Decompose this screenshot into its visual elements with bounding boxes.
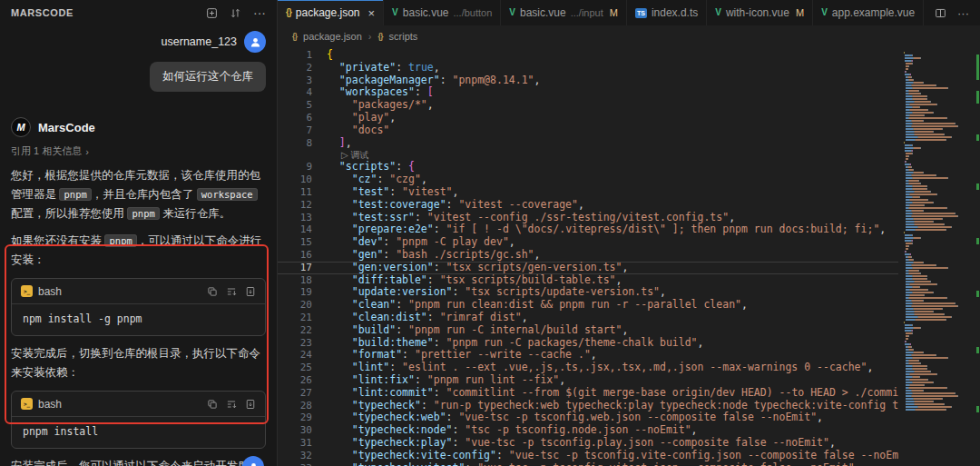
code-language-label: bash bbox=[38, 285, 62, 298]
copy-icon[interactable] bbox=[207, 286, 218, 297]
breadcrumb: {} package.json › {} scripts bbox=[278, 25, 980, 47]
insert-into-file-icon[interactable] bbox=[245, 399, 256, 410]
code-line[interactable]: 26 "lint:fix": "pnpm run lint --fix", bbox=[278, 374, 898, 387]
code-line[interactable]: 30 "typecheck:node": "tsc -p tsconfig.no… bbox=[278, 424, 898, 437]
insert-into-file-icon[interactable] bbox=[245, 286, 256, 297]
chevron-right-icon: › bbox=[85, 146, 89, 157]
code-line[interactable]: 24 "format": "prettier --write --cache .… bbox=[278, 349, 898, 362]
code-line[interactable]: 23 "build:theme": "pnpm run -C packages/… bbox=[278, 337, 898, 350]
code-line[interactable]: 2 "private": true, bbox=[278, 62, 898, 74]
code-line[interactable]: 4 "workspaces": [ bbox=[278, 86, 898, 99]
code-line-text: "scripts": { bbox=[312, 161, 415, 174]
code-line[interactable]: 18 "diff:table": "tsx scripts/build-tabl… bbox=[278, 274, 898, 287]
code-line[interactable]: 6 "play", bbox=[278, 112, 898, 124]
code-block-header: >_bash bbox=[12, 279, 265, 303]
line-number: 9 bbox=[278, 161, 312, 174]
editor-area: {}package.json×Vbasic.vue.../buttonVbasi… bbox=[278, 0, 980, 466]
line-number: 25 bbox=[278, 362, 312, 374]
code-line[interactable]: 16 "gen": "bash ./scripts/gc.sh", bbox=[278, 249, 898, 262]
user-message-row: 如何运行这个仓库 bbox=[11, 62, 266, 92]
line-number: 5 bbox=[278, 99, 312, 112]
code-line[interactable]: 15 "dev": "pnpm -C play dev", bbox=[278, 236, 898, 249]
line-number: 12 bbox=[278, 199, 312, 212]
overview-ruler bbox=[976, 47, 979, 466]
tab-label: app.example.vue bbox=[832, 6, 915, 19]
breadcrumb-item-symbol[interactable]: scripts bbox=[389, 31, 418, 42]
breadcrumb-item-file[interactable]: package.json bbox=[303, 31, 362, 42]
code-block-header: >_bash bbox=[12, 392, 265, 416]
code-line[interactable]: 17 "gen:version": "tsx scripts/gen-versi… bbox=[278, 262, 898, 274]
code-line[interactable]: 28 "typecheck": "run-p typecheck:web typ… bbox=[278, 400, 898, 412]
app-title: MARSCODE bbox=[11, 7, 74, 18]
copy-icon[interactable] bbox=[207, 399, 218, 410]
code-line-text: "packageManager": "pnpm@8.14.1", bbox=[312, 74, 540, 87]
code-content[interactable]: 1{2 "private": true,3 "packageManager": … bbox=[278, 47, 898, 466]
chevron-right-icon: › bbox=[368, 31, 372, 42]
tab-label: package.json bbox=[296, 6, 360, 19]
code-line[interactable]: 33 "typecheck:vitest": "vue-tsc -p tscon… bbox=[278, 462, 898, 466]
code-line[interactable]: 20 "clean": "pnpm run clean:dist && pnpm… bbox=[278, 299, 898, 312]
code-line[interactable]: 11 "test": "vitest", bbox=[278, 186, 898, 199]
code-line[interactable]: 1{ bbox=[278, 49, 898, 62]
code-line[interactable]: 9 "scripts": { bbox=[278, 161, 898, 174]
code-line[interactable]: 5 "packages/*", bbox=[278, 99, 898, 112]
code-line[interactable]: 14 "prepare:e2e": "if [ ! -d \"docs/.vit… bbox=[278, 223, 898, 236]
code-line-text: "play", bbox=[312, 112, 396, 124]
line-number: 27 bbox=[278, 387, 312, 400]
user-avatar[interactable] bbox=[244, 31, 266, 53]
code-line-text: "private": true, bbox=[312, 62, 440, 74]
tab-label: basic.vue bbox=[403, 6, 449, 19]
code-line[interactable]: 32 "typecheck:vite-config": "vue-tsc -p … bbox=[278, 450, 898, 462]
minimap[interactable] bbox=[898, 47, 980, 466]
line-number: 23 bbox=[278, 337, 312, 350]
code-line[interactable]: 21 "clean:dist": "rimraf dist", bbox=[278, 312, 898, 324]
code-line[interactable]: 13 "test:ssr": "vitest --config ./ssr-te… bbox=[278, 212, 898, 224]
code-line[interactable]: 27 "lint:commit": "commitlint --from $(g… bbox=[278, 387, 898, 400]
code-editor: 1{2 "private": true,3 "packageManager": … bbox=[278, 47, 980, 466]
code-line[interactable]: 22 "build": "pnpm run -C internal/build … bbox=[278, 324, 898, 337]
new-chat-icon[interactable] bbox=[206, 7, 218, 19]
code-line[interactable]: 19 "update:version": "tsx scripts/update… bbox=[278, 286, 898, 299]
chat-code-block: >_bash npm install -g pnpm bbox=[11, 278, 266, 336]
line-number: 7 bbox=[278, 124, 312, 137]
code-line[interactable]: 31 "typecheck:play": "vue-tsc -p tsconfi… bbox=[278, 437, 898, 450]
code-line[interactable]: 12 "test:coverage": "vitest --coverage", bbox=[278, 199, 898, 212]
line-number: 6 bbox=[278, 112, 312, 124]
insert-at-cursor-icon[interactable] bbox=[226, 399, 237, 410]
line-number: 31 bbox=[278, 437, 312, 450]
code-line-text: "clean:dist": "rimraf dist", bbox=[312, 312, 528, 324]
code-line-text: "typecheck:web": "vue-tsc -p tsconfig.we… bbox=[312, 411, 823, 424]
user-header: username_123 bbox=[11, 31, 266, 53]
code-line[interactable]: 10 "cz": "czg", bbox=[278, 174, 898, 186]
code-language-label: bash bbox=[38, 398, 62, 411]
more-actions-icon[interactable]: ··· bbox=[957, 6, 969, 20]
reference-link[interactable]: 引用 1 相关信息 › bbox=[11, 144, 89, 158]
inline-code: pnpm bbox=[127, 207, 159, 220]
code-line[interactable]: 8 ], bbox=[278, 137, 898, 150]
tab-with-icon.vue[interactable]: Vwith-icon.vueM bbox=[707, 0, 813, 25]
split-editor-icon[interactable] bbox=[935, 7, 946, 19]
code-line[interactable]: 25 "lint": "eslint . --ext .vue,.js,.ts,… bbox=[278, 362, 898, 374]
insert-at-cursor-icon[interactable] bbox=[226, 286, 237, 297]
tab-app.example.vue[interactable]: Vapp.example.vue bbox=[813, 0, 924, 25]
line-number: 21 bbox=[278, 312, 312, 324]
close-icon[interactable]: × bbox=[368, 6, 376, 20]
code-line-text: "docs" bbox=[312, 124, 389, 137]
tab-package.json[interactable]: {}package.json× bbox=[278, 0, 384, 25]
code-line-text: "format": "prettier --write --cache .", bbox=[312, 349, 597, 362]
chat-code-block: >_bash pnpm install bbox=[11, 391, 266, 449]
code-line[interactable]: 3 "packageManager": "pnpm@8.14.1", bbox=[278, 74, 898, 87]
tab-basic.vue[interactable]: Vbasic.vue.../button bbox=[384, 0, 501, 25]
line-number: 17 bbox=[278, 262, 312, 274]
more-options-icon[interactable]: ··· bbox=[253, 5, 266, 20]
vue-file-icon: V bbox=[509, 8, 515, 17]
tab-index.d.ts[interactable]: TSindex.d.ts bbox=[627, 0, 707, 25]
sort-icon[interactable] bbox=[230, 7, 241, 19]
tab-basic.vue[interactable]: Vbasic.vue.../inputM bbox=[501, 0, 627, 25]
inline-code: pnpm bbox=[59, 188, 91, 201]
code-line[interactable]: 7 "docs" bbox=[278, 124, 898, 137]
code-line-text: "build": "pnpm run -C internal/build sta… bbox=[312, 324, 628, 337]
code-line-text: { bbox=[312, 49, 333, 62]
code-line[interactable]: 29 "typecheck:web": "vue-tsc -p tsconfig… bbox=[278, 411, 898, 424]
code-line-text: "update:version": "tsx scripts/update-ve… bbox=[312, 286, 666, 299]
